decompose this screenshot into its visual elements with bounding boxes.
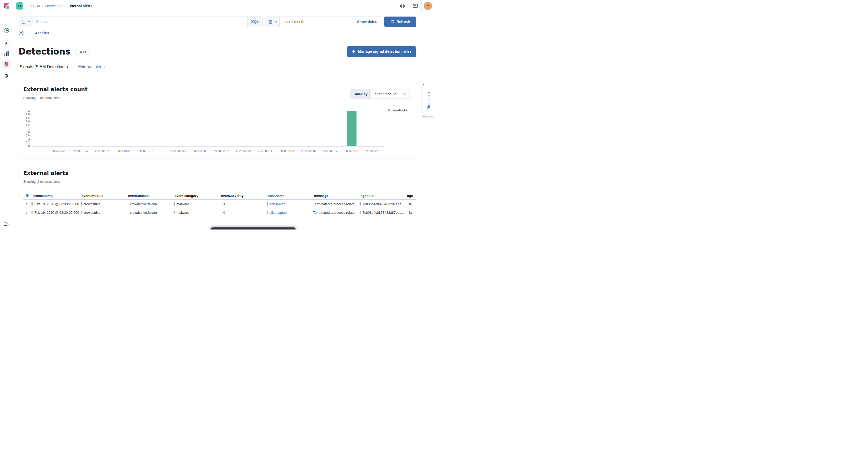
y-axis-tick-label: 1	[19, 127, 30, 130]
column-label: host.name	[268, 194, 284, 198]
expand-menu-icon	[4, 221, 9, 227]
column-label: agent.id	[361, 194, 374, 198]
drag-handle-icon[interactable]	[174, 202, 175, 206]
filter-icon[interactable]	[19, 30, 24, 36]
column-header-event-dataset[interactable]: event.dataset	[126, 194, 173, 198]
column-header-message[interactable]: message	[312, 194, 359, 198]
y-axis-tick-label: 2	[19, 109, 30, 112]
x-axis-tick-label: 2020-02-11	[253, 149, 277, 152]
mail-icon	[412, 3, 418, 9]
column-header-timestamp[interactable]: @timestamp ↓	[30, 194, 80, 198]
timeline-flyout-button[interactable]: Timeline ‹	[423, 84, 434, 117]
x-axis-tick	[330, 147, 331, 148]
kibana-logo[interactable]	[0, 3, 13, 9]
chart-bar-crowdstrike[interactable]	[347, 111, 356, 146]
date-quick-select-button[interactable]	[266, 17, 280, 27]
kibana-logo-icon	[3, 3, 10, 9]
show-dates-button[interactable]: Show dates	[353, 17, 381, 27]
x-axis-tick-label: 2020-02-15	[297, 149, 320, 152]
manage-rules-label: Manage signal detection rules	[358, 49, 411, 54]
table-showing-count: Showing: 2 external alerts	[23, 180, 60, 183]
drag-handle-icon[interactable]	[220, 202, 221, 206]
tab-signals[interactable]: Signals (SIEM Detections)	[19, 65, 69, 73]
host-name-link[interactable]: alice-laptop	[270, 211, 287, 215]
drag-handle-icon[interactable]	[174, 211, 175, 214]
y-axis-tick-label: 0.4	[19, 137, 30, 141]
sort-descending-icon: ↓	[54, 194, 56, 197]
sidebar-item-management[interactable]	[0, 73, 13, 79]
y-axis-tick-label: 1.8	[19, 113, 30, 116]
divider	[421, 0, 422, 12]
filter-bar: + Add filter	[19, 30, 416, 36]
column-label: message	[314, 194, 329, 198]
drag-handle-icon[interactable]	[406, 202, 407, 206]
page-header: Detections BETA Manage signal detection …	[19, 45, 416, 58]
drag-handle-icon[interactable]	[81, 202, 82, 206]
drag-handle-icon[interactable]	[220, 211, 221, 214]
host-name-link[interactable]: bob-laptop	[270, 202, 285, 206]
drag-handle-icon[interactable]	[81, 211, 82, 214]
cell-message: Terminated a process relate...	[313, 211, 357, 215]
refresh-button[interactable]: Refresh	[384, 17, 416, 27]
drag-handle-icon[interactable]	[127, 202, 128, 206]
cell-event-module: crowdstrike	[84, 202, 100, 206]
sidebar-item-recently-viewed[interactable]	[0, 27, 13, 34]
space-switcher[interactable]: D	[16, 2, 23, 9]
drag-handle-icon[interactable]	[406, 211, 407, 214]
column-header-host-name[interactable]: host.name	[266, 194, 312, 198]
cell-message: Terminated a process relate...	[313, 202, 357, 206]
column-label: @timestamp	[33, 194, 53, 198]
help-button[interactable]	[396, 0, 409, 12]
column-header-event-category[interactable]: event.category	[173, 194, 219, 198]
column-header-event-module[interactable]: event.module	[80, 194, 126, 198]
cell-agent-id: 7c808b4c8878433287eea...	[363, 211, 404, 215]
drag-handle-icon[interactable]	[32, 211, 33, 214]
drag-handle-icon[interactable]	[360, 211, 361, 214]
column-header-agent-id[interactable]: agent.id	[359, 194, 405, 198]
column-label: event.category	[175, 194, 198, 198]
sidebar-item-visualize[interactable]	[0, 51, 13, 57]
user-avatar[interactable]: e	[424, 2, 432, 10]
tab-external-alerts[interactable]: External alerts	[77, 65, 106, 73]
fields-browser-button[interactable]	[23, 193, 30, 198]
expand-row-button[interactable]: ›	[26, 202, 28, 207]
drag-handle-icon[interactable]	[267, 202, 268, 206]
expand-nav-button[interactable]	[0, 221, 13, 227]
cell-timestamp: Feb 19, 2020 @ 03:30:00.000	[34, 211, 79, 215]
breadcrumb-siem[interactable]: SIEM	[31, 4, 40, 8]
breadcrumb-detections[interactable]: Detections	[45, 4, 62, 8]
x-axis-tick	[287, 147, 287, 148]
external-alerts-count-panel: External alerts count Showing: 2 externa…	[19, 81, 416, 158]
chevron-down-icon	[274, 21, 277, 23]
drag-handle-icon[interactable]	[127, 211, 128, 214]
add-filter-button[interactable]: + Add filter	[32, 31, 49, 35]
drag-handle-icon[interactable]	[32, 202, 33, 206]
expand-row-button[interactable]: ›	[26, 210, 28, 215]
saved-query-menu-button[interactable]	[19, 17, 33, 27]
sidebar-item-apm[interactable]: A	[0, 39, 13, 47]
y-axis-tick-label: 0	[19, 145, 30, 148]
breadcrumb-current: External alerts	[67, 4, 92, 8]
search-input[interactable]	[33, 17, 247, 27]
query-bar: KQL Last 1 mo	[19, 17, 416, 27]
kql-syntax-button[interactable]: KQL	[247, 17, 262, 27]
column-header-event-severity[interactable]: event.severity	[219, 194, 266, 198]
x-axis-tick-label: 2020-01-29	[113, 149, 135, 152]
newsfeed-button[interactable]	[409, 0, 421, 12]
cell-event-severity: 4	[223, 211, 225, 215]
refresh-label: Refresh	[397, 20, 410, 24]
siem-shield-icon	[3, 61, 9, 67]
column-header-agent-type[interactable]: age	[405, 194, 431, 198]
top-bar: D SIEM / Detections / External alerts e	[0, 0, 434, 12]
drag-handle-icon[interactable]	[360, 202, 361, 206]
drag-handle-icon[interactable]	[267, 211, 268, 214]
legend-item[interactable]: crowdstrike	[388, 109, 407, 112]
rail-divider	[0, 70, 13, 71]
time-range-value[interactable]: Last 1 month	[280, 17, 353, 27]
x-axis-tick-label: 2020-02-09	[232, 149, 255, 152]
sidebar-item-siem[interactable]	[0, 60, 13, 68]
x-axis-tick	[81, 147, 81, 148]
manage-rules-button[interactable]: Manage signal detection rules	[347, 46, 416, 57]
apm-icon: A	[3, 39, 10, 47]
cell-event-category: malware	[177, 202, 189, 206]
